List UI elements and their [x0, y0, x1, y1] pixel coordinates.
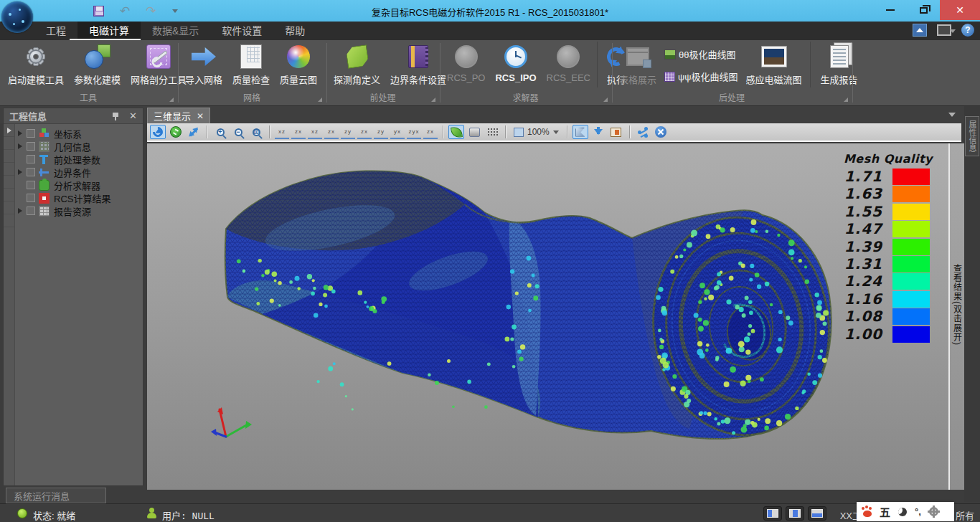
checkbox[interactable] — [27, 142, 35, 151]
parametric-modeling-button[interactable]: 参数化建模 — [69, 42, 126, 87]
ribbon-group-label: 前处理 — [331, 93, 434, 103]
view-orientation-button[interactable]: zx — [357, 125, 372, 139]
minimize-icon — [886, 9, 895, 11]
import-mesh-button[interactable]: 导入网格 — [180, 42, 227, 87]
launch-modeling-tool-button[interactable]: 启动建模工具 — [3, 42, 69, 87]
ime-settings-gear-icon[interactable] — [929, 507, 938, 516]
dialog-launcher-icon[interactable] — [318, 98, 322, 102]
tree-item-rcs-result[interactable]: RCS计算结果 — [15, 191, 141, 204]
wireframe-mode-button[interactable] — [466, 125, 482, 139]
ime-mode-label[interactable]: 五 — [880, 504, 890, 519]
tree-item-solver[interactable]: 分析求解器 — [15, 179, 141, 191]
layout-bottom-panel-button[interactable] — [808, 506, 826, 521]
menu-tab-project[interactable]: 工程 — [34, 22, 77, 40]
results-tab-strip[interactable]: 查看结果(双击展开) — [948, 143, 964, 490]
expander-icon[interactable] — [15, 169, 25, 175]
menu-tab-settings[interactable]: 软件设置 — [210, 22, 273, 40]
shaded-mode-button[interactable] — [448, 125, 464, 139]
view-orientation-button[interactable]: zyx — [407, 125, 421, 139]
view-orientation-button[interactable]: zx — [291, 125, 306, 139]
theta-polar-curve-button[interactable]: θθ极化曲线图 — [661, 46, 741, 62]
properties-tab[interactable]: 属性信息 — [965, 116, 979, 156]
toolbar-separator — [629, 125, 630, 138]
share-flow-button[interactable] — [635, 125, 651, 139]
export-down-button[interactable] — [590, 125, 606, 139]
toolbar-separator — [567, 125, 567, 138]
legend-value: 1.47 — [812, 221, 892, 237]
tree-item-preprocess-params[interactable]: 前处理参数 — [15, 153, 141, 166]
capture-window-button[interactable] — [608, 125, 624, 139]
zoom-out-button[interactable]: − — [230, 125, 246, 139]
points-mode-button[interactable] — [484, 125, 500, 139]
probe-angle-button[interactable]: 探测角定义 — [329, 42, 385, 87]
dialog-launcher-icon[interactable] — [169, 98, 174, 102]
checkbox[interactable] — [27, 194, 35, 202]
help-icon[interactable]: ? — [961, 24, 974, 37]
view-orientation-button[interactable]: zy — [341, 125, 355, 139]
quality-check-icon — [240, 44, 262, 69]
checkbox[interactable] — [27, 155, 35, 163]
checkbox[interactable] — [27, 129, 35, 138]
expander-icon[interactable] — [15, 143, 25, 149]
rcs-eec-button[interactable]: RCS_EEC — [542, 42, 595, 85]
view-orientation-button[interactable]: yx — [390, 125, 405, 139]
view-orientation-button[interactable]: zx — [423, 125, 438, 139]
pin-icon[interactable] — [112, 112, 119, 120]
zoom-fit-button[interactable]: ⊡ — [248, 125, 264, 139]
quality-cloud-button[interactable]: 质量云图 — [275, 42, 322, 87]
menu-right-tools: ? — [913, 24, 974, 37]
close-tab-icon[interactable]: ✕ — [197, 111, 204, 121]
menu-tab-data-display[interactable]: 数据&显示 — [141, 22, 210, 40]
checkbox[interactable] — [27, 168, 35, 176]
view-orientation-button[interactable]: zy — [374, 125, 388, 139]
rcs-ipo-button[interactable]: RCS_IPO — [490, 42, 541, 85]
layout-middle-panel-button[interactable] — [786, 506, 804, 521]
induced-current-map-button[interactable]: 感应电磁流图 — [741, 42, 807, 87]
tree-item-boundary-condition[interactable]: 边界条件 — [15, 166, 141, 179]
table-display-button[interactable]: 表格展示 — [614, 42, 661, 87]
viewport-3d[interactable]: Mesh Quality 1.71 1.63 1.55 1.47 1.39 1.… — [147, 143, 948, 490]
tree-item-coordinate-system[interactable]: 坐标系 — [15, 127, 141, 140]
dialog-launcher-icon[interactable] — [431, 98, 435, 102]
panel-close-icon[interactable]: ✕ — [129, 110, 137, 121]
dialog-launcher-icon[interactable] — [844, 98, 848, 102]
ime-punctuation-label[interactable]: °, — [915, 506, 921, 517]
display-device-icon[interactable] — [937, 24, 951, 36]
rcs-po-button[interactable]: RCS_PO — [442, 42, 490, 85]
tab-3d-display[interactable]: 三维显示 ✕ — [147, 108, 210, 123]
zoom-level-select[interactable]: 100% — [511, 127, 562, 137]
layout-left-panel-button[interactable] — [763, 506, 782, 521]
refresh-view-button[interactable] — [168, 125, 184, 139]
expander-icon[interactable] — [15, 208, 25, 214]
collapse-ribbon-icon[interactable] — [913, 24, 927, 37]
dialog-launcher-icon[interactable] — [603, 98, 608, 102]
logo-dot — [19, 9, 21, 11]
rotate-view-button[interactable] — [150, 125, 166, 139]
pan-view-button[interactable] — [186, 125, 202, 139]
generate-report-button[interactable]: 生成报告 — [810, 42, 863, 87]
psi-polar-curve-button[interactable]: ψψ极化曲线图 — [661, 68, 741, 85]
tab-list-dropdown-icon[interactable] — [948, 113, 956, 117]
minimize-button[interactable] — [874, 0, 907, 20]
menu-tab-help[interactable]: 帮助 — [273, 22, 316, 40]
zoom-in-button[interactable]: + — [212, 125, 228, 139]
restore-button[interactable] — [907, 0, 940, 20]
quality-check-button[interactable]: 质量检查 — [227, 42, 275, 87]
checkbox[interactable] — [27, 207, 35, 215]
expander-icon[interactable] — [15, 130, 25, 136]
close-view-button[interactable] — [653, 125, 669, 139]
ime-fullhalf-moon-icon[interactable] — [898, 508, 907, 516]
view-orientation-button[interactable]: xz — [275, 125, 289, 139]
tree-item-report-resource[interactable]: 报告资源 — [15, 204, 141, 217]
system-messages-tab[interactable]: 系统运行消息 — [6, 488, 106, 503]
checkbox[interactable] — [27, 181, 35, 189]
close-button[interactable]: ✕ — [940, 0, 980, 20]
window-controls: ✕ — [874, 0, 980, 20]
view-orientation-button[interactable]: xz — [308, 125, 322, 139]
view-orientation-button[interactable]: zx — [324, 125, 339, 139]
ime-logo-paw-icon[interactable] — [863, 511, 872, 517]
app-logo[interactable] — [1, 1, 33, 33]
menu-tab-em-compute[interactable]: 电磁计算 — [77, 22, 141, 40]
tree-item-geometry-info[interactable]: 几何信息 — [15, 140, 141, 153]
select-tool-button[interactable] — [573, 125, 588, 139]
